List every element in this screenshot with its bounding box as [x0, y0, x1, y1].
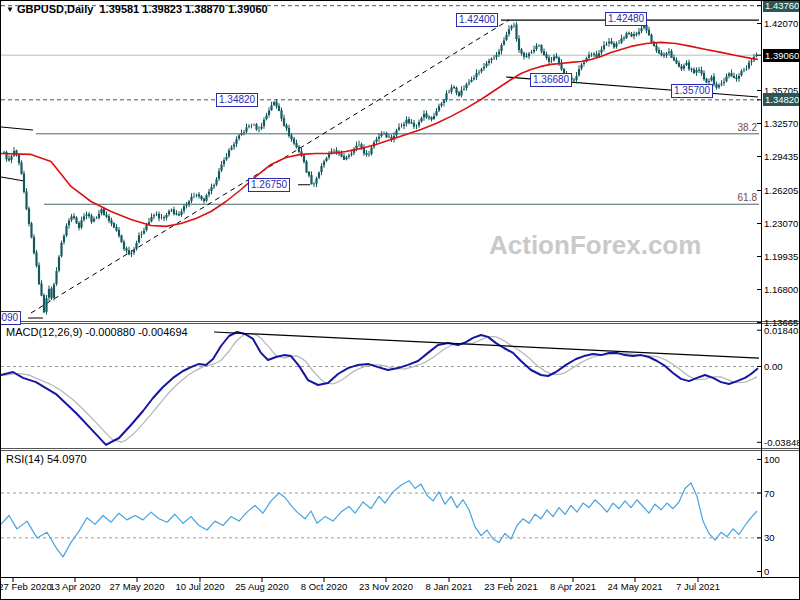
- price-axis-label-1.39060: 1.39060: [763, 49, 800, 62]
- price-axis-label-1.42070: 1.42070: [764, 17, 800, 30]
- macd-axis-label-0.018403: 0.018403: [764, 324, 800, 337]
- price-axis-label-1.26205: 1.26205: [764, 184, 800, 197]
- date-label: 8 Jan 2021: [421, 581, 477, 592]
- macd-axis-label--0.038483: -0.038483: [764, 436, 800, 449]
- rsi-panel[interactable]: [1, 451, 761, 577]
- price-axis-label-1.19935: 1.19935: [764, 250, 800, 263]
- macd-panel[interactable]: [1, 324, 761, 448]
- price-axis-label-1.43760: 1.43760: [763, 0, 800, 12]
- price-axis-label-1.32570: 1.32570: [764, 117, 800, 130]
- date-label: 23 Nov 2020: [358, 581, 414, 592]
- trading-chart-window: ActionForex.com ▼GBPUSD,Daily 1.39581 1.…: [0, 0, 800, 600]
- macd-axis-label-0.00: 0.00: [764, 360, 800, 373]
- price-axis-label-1.34820: 1.34820: [763, 93, 800, 106]
- price-axis-label-1.23070: 1.23070: [764, 217, 800, 230]
- date-label: 24 May 2021: [607, 581, 663, 592]
- date-label: 10 Jul 2020: [172, 581, 228, 592]
- date-label: 8 Apr 2021: [545, 581, 601, 592]
- rsi-axis-label-30: 30: [764, 531, 800, 544]
- rsi-axis-label-70: 70: [764, 487, 800, 500]
- date-label: 27 May 2020: [109, 581, 165, 592]
- date-label: 25 Aug 2020: [234, 581, 290, 592]
- date-label: 13 Apr 2020: [47, 581, 103, 592]
- price-axis-label-1.29435: 1.29435: [764, 150, 800, 163]
- rsi-axis-label-0: 0: [764, 565, 800, 578]
- price-panel[interactable]: [1, 1, 761, 321]
- date-label: 23 Feb 2021: [483, 581, 539, 592]
- date-label: 7 Jul 2021: [670, 581, 726, 592]
- rsi-axis-label-100: 100: [764, 453, 800, 466]
- date-label: 27 Feb 2020: [0, 581, 53, 592]
- date-label: 8 Oct 2020: [296, 581, 352, 592]
- price-axis-label-1.16800: 1.16800: [764, 283, 800, 296]
